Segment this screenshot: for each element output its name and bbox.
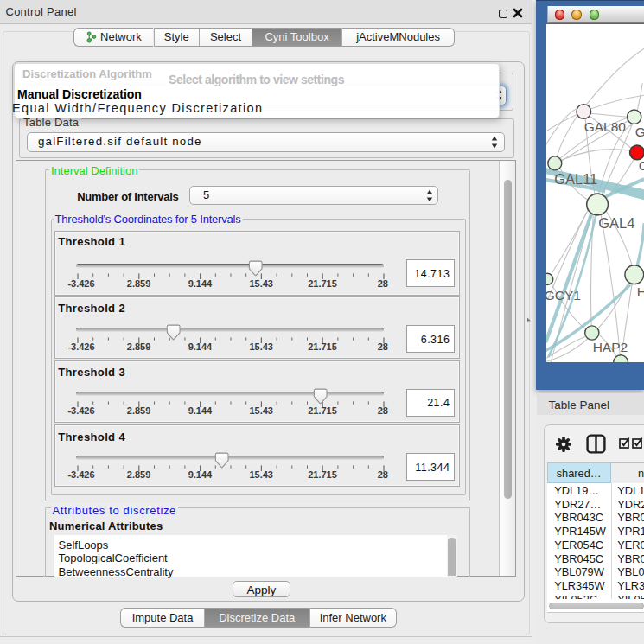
svg-text:CA: CA	[638, 158, 643, 173]
svg-text:GAL80: GAL80	[583, 118, 625, 133]
svg-text:GAL11: GAL11	[554, 171, 597, 187]
svg-text:GCY1: GCY1	[546, 287, 581, 302]
svg-text:GAL4: GAL4	[598, 215, 634, 231]
svg-text:GA: GA	[634, 124, 643, 139]
svg-text:HA: HA	[636, 284, 643, 299]
svg-text:HAP2: HAP2	[592, 340, 627, 354]
